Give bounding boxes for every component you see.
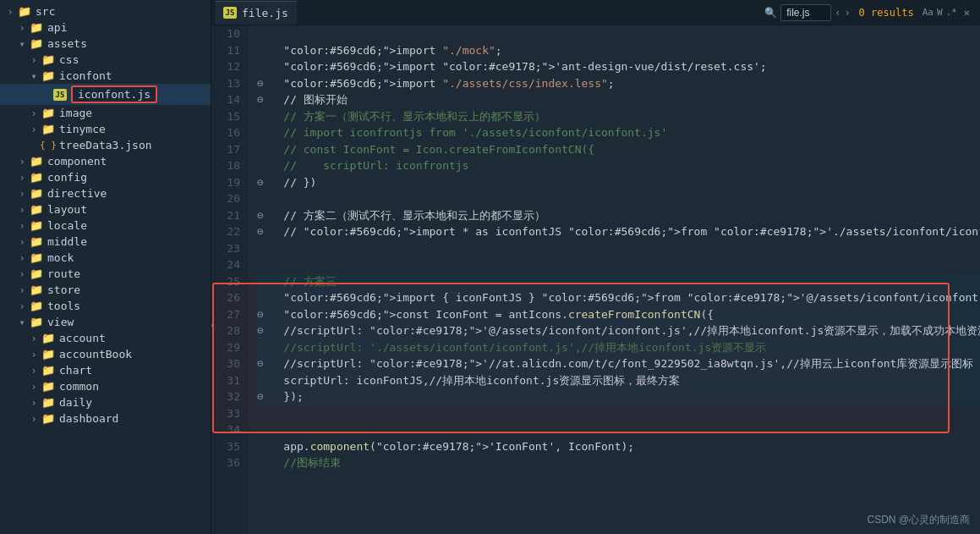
line-num-23: 23 xyxy=(218,240,240,257)
search-aa-icon[interactable]: Aa xyxy=(923,7,933,18)
search-results: 0 results xyxy=(859,7,914,19)
iconfont-js-label: iconfont.js xyxy=(78,88,151,101)
iconfont-arrow-icon: ▾ xyxy=(27,70,41,82)
sidebar-item-daily[interactable]: ›📁daily xyxy=(0,394,211,410)
tinymce-icon: 📁 xyxy=(41,123,56,135)
assets-label: assets xyxy=(47,37,87,50)
account-arrow-icon: › xyxy=(27,333,41,344)
code-content[interactable]: "color:#569cd6;">import "./mock"; "color… xyxy=(249,25,980,534)
sidebar: ›📁src›📁api▾📁assets›📁css▾📁iconfontJSiconf… xyxy=(0,0,211,534)
image-icon: 📁 xyxy=(41,107,56,119)
component-icon: 📁 xyxy=(29,155,44,168)
search-bar: 🔍 ‹ › 0 results Aa W .* ✕ xyxy=(758,4,977,21)
directive-icon: 📁 xyxy=(29,187,44,200)
sidebar-item-layout[interactable]: ›📁layout xyxy=(0,201,211,217)
line-num-35: 35 xyxy=(218,438,240,455)
sidebar-item-src[interactable]: ›📁src xyxy=(0,3,211,19)
assets-arrow-icon: ▾ xyxy=(15,38,29,50)
line-num-13: 13 xyxy=(218,75,240,92)
line-num-20: 20 xyxy=(218,190,240,207)
middle-label: middle xyxy=(47,235,87,248)
api-icon: 📁 xyxy=(29,21,44,34)
mock-label: mock xyxy=(47,251,74,264)
locale-label: locale xyxy=(47,219,87,232)
sidebar-item-iconfont[interactable]: ▾📁iconfont xyxy=(0,68,211,84)
sidebar-item-common[interactable]: ›📁common xyxy=(0,378,211,394)
sidebar-item-middle[interactable]: ›📁middle xyxy=(0,234,211,250)
code-line-29: //scriptUrl: './assets/iconfont/iconfont… xyxy=(257,339,980,356)
src-label: src xyxy=(36,5,55,18)
src-arrow-icon: › xyxy=(3,6,17,18)
layout-icon: 📁 xyxy=(29,203,44,216)
code-line-12: "color:#569cd6;">import "color:#ce9178;"… xyxy=(257,58,980,75)
sidebar-item-dashboard[interactable]: ›📁dashboard xyxy=(0,410,211,427)
search-regex-icon[interactable]: .* xyxy=(946,7,957,18)
sidebar-item-css[interactable]: ›📁css xyxy=(0,52,211,68)
code-line-24 xyxy=(257,256,980,273)
code-line-31: scriptUrl: iconFontJS,//掉用本地iconfont.js资… xyxy=(257,372,980,389)
common-icon: 📁 xyxy=(41,380,56,393)
middle-icon: 📁 xyxy=(29,235,44,248)
line-num-16: 16 xyxy=(218,124,240,141)
sidebar-item-chart[interactable]: ›📁chart xyxy=(0,362,211,378)
line-num-21: 21 xyxy=(218,207,240,224)
sidebar-item-treeData3[interactable]: { }treeData3.json xyxy=(0,137,211,153)
sidebar-item-api[interactable]: ›📁api xyxy=(0,19,211,36)
line-num-26: 26 xyxy=(218,289,240,306)
src-icon: 📁 xyxy=(17,5,32,18)
sidebar-item-locale[interactable]: ›📁locale xyxy=(0,217,211,234)
search-close-icon[interactable]: ✕ xyxy=(964,7,970,19)
line-num-34: 34 xyxy=(218,421,240,438)
search-nav-next[interactable]: › xyxy=(844,7,850,19)
treeData3-label: treeData3.json xyxy=(59,139,152,151)
sidebar-item-tinymce[interactable]: ›📁tinymce xyxy=(0,121,211,137)
sidebar-item-store[interactable]: ›📁store xyxy=(0,282,211,298)
image-arrow-icon: › xyxy=(27,107,41,119)
code-line-27: ⊖ "color:#569cd6;">const IconFont = antI… xyxy=(257,306,980,323)
assets-icon: 📁 xyxy=(29,37,44,50)
sidebar-item-route[interactable]: ›📁route xyxy=(0,266,211,282)
view-arrow-icon: ▾ xyxy=(15,317,29,328)
sidebar-item-view[interactable]: ▾📁view xyxy=(0,314,211,330)
daily-label: daily xyxy=(59,396,92,409)
line-num-30: 30 xyxy=(218,355,240,372)
code-line-22: ⊖ // "color:#569cd6;">import * as iconfo… xyxy=(257,223,980,240)
sidebar-item-directive[interactable]: ›📁directive xyxy=(0,185,211,201)
dashboard-arrow-icon: › xyxy=(27,413,41,425)
line-num-11: 11 xyxy=(218,42,240,59)
line-num-27: 27 xyxy=(218,306,240,323)
common-arrow-icon: › xyxy=(27,381,41,393)
sidebar-item-image[interactable]: ›📁image xyxy=(0,105,211,121)
editor-wrapper: JS file.js 🔍 ‹ › 0 results Aa W .* ✕ 101… xyxy=(211,0,980,534)
file-tab[interactable]: JS file.js xyxy=(215,1,297,25)
search-word-icon[interactable]: W xyxy=(937,7,943,18)
sidebar-item-config[interactable]: ›📁config xyxy=(0,169,211,185)
code-line-17: // const IconFont = Icon.createFromIconf… xyxy=(257,141,980,158)
line-num-36: 36 xyxy=(218,454,240,471)
accountBook-icon: 📁 xyxy=(41,348,56,361)
code-line-32: ⊖ }); xyxy=(257,388,980,405)
mock-arrow-icon: › xyxy=(15,252,29,264)
route-icon: 📁 xyxy=(29,267,44,280)
tab-js-icon: JS xyxy=(223,7,237,19)
sidebar-item-component[interactable]: ›📁component xyxy=(0,153,211,169)
tinymce-arrow-icon: › xyxy=(27,124,41,135)
sidebar-item-iconfont-js[interactable]: JSiconfont.js xyxy=(0,84,211,105)
line-num-10: 10 xyxy=(218,25,240,42)
sidebar-item-mock[interactable]: ›📁mock xyxy=(0,250,211,266)
component-arrow-icon: › xyxy=(15,156,29,168)
search-input[interactable] xyxy=(780,4,831,21)
directive-label: directive xyxy=(47,187,107,200)
line-num-14: 14 xyxy=(218,91,240,108)
line-numbers: 1011121314151617181920212223242526272829… xyxy=(211,25,249,534)
view-icon: 📁 xyxy=(29,316,44,328)
sidebar-item-accountBook[interactable]: ›📁accountBook xyxy=(0,346,211,362)
sidebar-item-account[interactable]: ›📁account xyxy=(0,330,211,346)
tools-arrow-icon: › xyxy=(15,300,29,312)
sidebar-item-tools[interactable]: ›📁tools xyxy=(0,298,211,314)
sidebar-item-assets[interactable]: ▾📁assets xyxy=(0,36,211,52)
route-label: route xyxy=(47,267,80,280)
layout-arrow-icon: › xyxy=(15,204,29,216)
search-nav-prev[interactable]: ‹ xyxy=(835,7,840,19)
locale-arrow-icon: › xyxy=(15,220,29,232)
